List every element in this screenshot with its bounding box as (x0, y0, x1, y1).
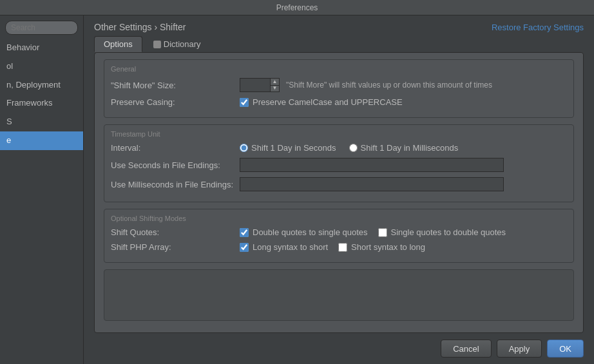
single-to-double-checkbox[interactable] (378, 228, 387, 237)
shift-quotes-row: Shift Quotes: Double quotes to single qu… (111, 227, 567, 237)
apply-button[interactable]: Apply (497, 340, 542, 358)
sidebar-item-s[interactable]: S (0, 113, 83, 131)
short-to-long-checkbox[interactable] (338, 243, 347, 252)
shift-more-label: "Shift More" Size: (111, 81, 240, 90)
radio-milliseconds[interactable] (349, 144, 358, 152)
use-milliseconds-row: Use Milliseconds in File Endings: java,j… (111, 177, 567, 191)
content-area: Other Settings › Shifter Restore Factory… (84, 15, 594, 364)
use-milliseconds-input[interactable]: java,js,py (240, 177, 504, 191)
use-seconds-row: Use Seconds in File Endings: mysql,php,p… (111, 158, 567, 172)
content-header: Other Settings › Shifter Restore Factory… (84, 15, 594, 36)
restore-factory-settings-link[interactable]: Restore Factory Settings (492, 23, 584, 32)
sidebar-item-e[interactable]: e (0, 131, 83, 150)
use-seconds-label: Use Seconds in File Endings: (111, 160, 240, 170)
general-section-label: General (111, 65, 567, 73)
use-milliseconds-label: Use Milliseconds in File Endings: (111, 180, 240, 189)
tab-dictionary[interactable]: Dictionary (144, 36, 211, 52)
ok-button[interactable]: OK (547, 340, 584, 358)
shift-more-input-wrapper: 10 ▲ ▼ (240, 78, 280, 92)
sidebar-item-behavior[interactable]: Behavior (0, 39, 83, 57)
interval-label: Interval: (111, 143, 240, 153)
tabs-bar: Options Dictionary (84, 36, 594, 52)
shift-php-row: Shift PHP Array: Long syntax to short Sh… (111, 242, 567, 252)
use-seconds-input[interactable]: mysql,php,phtml,sql (240, 158, 504, 172)
optional-section-label: Optional Shifting Modes (111, 215, 567, 222)
window-title: Preferences (276, 3, 318, 12)
tab-options[interactable]: Options (94, 36, 142, 52)
interval-row: Interval: Shift 1 Day in Seconds Shift 1… (111, 143, 567, 153)
preserve-casing-checkbox-label[interactable]: Preserve CamelCase and UPPERCASE (240, 97, 403, 107)
preserve-casing-label: Preserve Casing: (111, 97, 240, 107)
shift-more-description: "Shift More" will shift values up or dow… (286, 81, 492, 90)
shift-more-stepper-down[interactable]: ▼ (271, 86, 279, 92)
shift-more-stepper: ▲ ▼ (271, 78, 280, 92)
shift-php-label: Shift PHP Array: (111, 242, 240, 252)
sidebar-item-tool[interactable]: ol (0, 57, 83, 76)
radio-seconds[interactable] (240, 144, 248, 152)
double-to-single-checkbox[interactable] (240, 228, 249, 237)
timestamp-section: Timestamp Unit Interval: Shift 1 Day in … (104, 124, 574, 202)
timestamp-section-label: Timestamp Unit (111, 130, 567, 138)
optional-section: Optional Shifting Modes Shift Quotes: Do… (104, 209, 574, 263)
empty-area (104, 269, 574, 321)
shift-more-stepper-up[interactable]: ▲ (271, 79, 279, 86)
general-section: General "Shift More" Size: 10 ▲ ▼ "Shift… (104, 59, 574, 118)
long-to-short-label[interactable]: Long syntax to short (240, 242, 328, 252)
shift-quotes-label: Shift Quotes: (111, 227, 240, 237)
main-layout: Behavior ol n, Deployment Frameworks S e… (0, 15, 594, 364)
single-to-double-label[interactable]: Single quotes to double quotes (378, 227, 506, 237)
short-to-long-label[interactable]: Short syntax to long (338, 242, 425, 252)
breadcrumb: Other Settings › Shifter (94, 22, 186, 32)
radio-seconds-label[interactable]: Shift 1 Day in Seconds (240, 143, 336, 153)
shift-more-row: "Shift More" Size: 10 ▲ ▼ "Shift More" w… (111, 78, 567, 92)
sidebar-item-deployment[interactable]: n, Deployment (0, 76, 83, 95)
settings-panel: General "Shift More" Size: 10 ▲ ▼ "Shift… (94, 52, 584, 333)
shift-more-input[interactable]: 10 (240, 78, 271, 92)
sidebar: Behavior ol n, Deployment Frameworks S e (0, 15, 84, 364)
footer: Cancel Apply OK (84, 333, 594, 364)
sidebar-item-frameworks[interactable]: Frameworks (0, 94, 83, 113)
sidebar-search-input[interactable] (5, 21, 78, 35)
preserve-casing-row: Preserve Casing: Preserve CamelCase and … (111, 97, 567, 107)
cancel-button[interactable]: Cancel (441, 340, 491, 358)
radio-milliseconds-label[interactable]: Shift 1 Day in Milliseconds (349, 143, 459, 153)
title-bar: Preferences (0, 0, 594, 15)
long-to-short-checkbox[interactable] (240, 243, 249, 252)
preserve-casing-checkbox[interactable] (240, 98, 249, 107)
double-to-single-label[interactable]: Double quotes to single quotes (240, 227, 368, 237)
dictionary-icon (153, 41, 161, 48)
